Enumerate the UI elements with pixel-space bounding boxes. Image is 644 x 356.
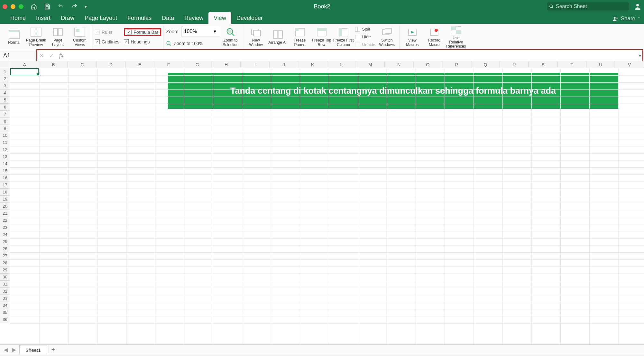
split-button[interactable]: Split xyxy=(355,26,375,33)
row-header[interactable]: 19 xyxy=(0,196,10,203)
row-header[interactable]: 32 xyxy=(0,288,10,295)
row-header[interactable]: 7 xyxy=(0,111,10,118)
column-header[interactable]: P xyxy=(442,61,471,68)
tab-insert[interactable]: Insert xyxy=(31,12,56,24)
column-header[interactable]: O xyxy=(414,61,443,68)
minimize-window-button[interactable] xyxy=(11,4,15,9)
cancel-formula-icon[interactable]: ✕ xyxy=(39,52,44,59)
tab-view[interactable]: View xyxy=(208,12,231,24)
switch-windows-button[interactable]: Switch Windows xyxy=(377,25,397,49)
hide-button[interactable]: Hide xyxy=(355,33,375,41)
use-relative-references-button[interactable]: Use Relative References xyxy=(446,25,466,49)
column-header[interactable]: R xyxy=(500,61,529,68)
row-header[interactable]: 34 xyxy=(0,302,10,309)
share-button[interactable]: Share ˄ xyxy=(612,15,640,22)
active-cell[interactable] xyxy=(10,68,39,75)
row-header[interactable]: 23 xyxy=(0,224,10,231)
tab-developer[interactable]: Developer xyxy=(231,12,268,24)
normal-view-button[interactable]: Normal xyxy=(4,25,24,49)
column-header[interactable]: C xyxy=(68,61,97,68)
row-header[interactable]: 28 xyxy=(0,259,10,267)
column-headers[interactable]: ABCDEFGHIJKLMNOPQRSTUV xyxy=(10,61,644,68)
search-sheet-box[interactable] xyxy=(546,2,630,11)
row-header[interactable]: 27 xyxy=(0,252,10,259)
row-header[interactable]: 4 xyxy=(0,89,10,97)
column-header[interactable]: E xyxy=(125,61,154,68)
row-header[interactable]: 31 xyxy=(0,281,10,288)
row-header[interactable]: 11 xyxy=(0,139,10,146)
tab-review[interactable]: Review xyxy=(179,12,208,24)
page-layout-button[interactable]: Page Layout xyxy=(48,25,68,49)
gridlines-checkbox[interactable]: ✓Gridlines xyxy=(95,38,119,46)
freeze-first-column-button[interactable]: Freeze First Column xyxy=(333,25,354,49)
new-window-button[interactable]: New Window xyxy=(246,25,266,49)
row-header[interactable]: 9 xyxy=(0,125,10,132)
row-header[interactable]: 14 xyxy=(0,160,10,167)
name-box[interactable]: A1 xyxy=(0,50,35,61)
column-header[interactable]: V xyxy=(615,61,644,68)
row-header[interactable]: 33 xyxy=(0,295,10,302)
save-icon[interactable] xyxy=(44,3,51,10)
column-header[interactable]: M xyxy=(356,61,385,68)
fx-icon[interactable]: fx xyxy=(59,52,63,59)
collapse-ribbon-icon[interactable]: ˄ xyxy=(638,16,640,21)
zoom-window-button[interactable] xyxy=(19,4,23,9)
zoom-to-selection-button[interactable]: Zoom to Selection xyxy=(220,25,241,49)
close-window-button[interactable] xyxy=(3,4,7,9)
sheet-nav-prev-icon[interactable]: ◀ xyxy=(3,347,9,353)
row-header[interactable]: 12 xyxy=(0,146,10,153)
row-header[interactable]: 10 xyxy=(0,132,10,139)
custom-views-button[interactable]: Custom Views xyxy=(69,25,90,49)
row-header[interactable]: 24 xyxy=(0,231,10,238)
row-header[interactable]: 3 xyxy=(0,82,10,89)
row-header[interactable]: 21 xyxy=(0,210,10,217)
expand-formula-bar-icon[interactable]: ▾ xyxy=(636,50,644,61)
freeze-panes-button[interactable]: Freeze Panes xyxy=(290,25,310,49)
row-header[interactable]: 30 xyxy=(0,274,10,281)
row-header[interactable]: 13 xyxy=(0,153,10,160)
home-icon[interactable] xyxy=(31,3,37,10)
zoom-dropdown[interactable]: 100% ▾ xyxy=(181,27,219,36)
sheet-tab[interactable]: Sheet1 xyxy=(19,345,47,355)
row-header[interactable]: 6 xyxy=(0,104,10,111)
column-header[interactable]: F xyxy=(154,61,183,68)
row-header[interactable]: 16 xyxy=(0,174,10,182)
column-header[interactable]: G xyxy=(183,61,212,68)
column-header[interactable]: U xyxy=(586,61,615,68)
column-header[interactable]: H xyxy=(212,61,241,68)
record-macro-button[interactable]: Record Macro xyxy=(424,25,445,49)
row-header[interactable]: 36 xyxy=(0,316,10,323)
headings-checkbox[interactable]: ✓Headings xyxy=(124,38,161,46)
tab-formulas[interactable]: Formulas xyxy=(122,12,157,24)
view-macros-button[interactable]: View Macros xyxy=(402,25,423,49)
freeze-top-row-button[interactable]: Freeze Top Row xyxy=(311,25,332,49)
spreadsheet-grid[interactable]: ABCDEFGHIJKLMNOPQRSTUV 12345678910111213… xyxy=(0,61,644,344)
tab-home[interactable]: Home xyxy=(5,12,31,24)
tab-draw[interactable]: Draw xyxy=(56,12,79,24)
formula-bar-checkbox[interactable]: ✓Formula Bar xyxy=(124,28,161,36)
user-avatar-icon[interactable] xyxy=(634,3,641,10)
column-header[interactable]: A xyxy=(10,61,39,68)
tab-data[interactable]: Data xyxy=(157,12,179,24)
column-header[interactable]: N xyxy=(385,61,414,68)
zoom-to-100-button[interactable]: Zoom to 100% xyxy=(166,40,219,47)
select-all-button[interactable] xyxy=(0,61,10,68)
row-header[interactable]: 25 xyxy=(0,238,10,245)
column-header[interactable]: B xyxy=(39,61,68,68)
row-header[interactable]: 29 xyxy=(0,267,10,274)
add-sheet-button[interactable]: + xyxy=(49,346,58,354)
row-header[interactable]: 2 xyxy=(0,75,10,82)
row-headers[interactable]: 1234567891011121314151617181920212223242… xyxy=(0,68,10,323)
row-header[interactable]: 35 xyxy=(0,309,10,316)
column-header[interactable]: Q xyxy=(471,61,500,68)
sheet-nav-next-icon[interactable]: ▶ xyxy=(11,347,17,353)
row-header[interactable]: 20 xyxy=(0,203,10,210)
row-header[interactable]: 22 xyxy=(0,217,10,224)
row-header[interactable]: 5 xyxy=(0,97,10,104)
redo-icon[interactable] xyxy=(71,3,78,10)
row-header[interactable]: 26 xyxy=(0,245,10,252)
column-header[interactable]: J xyxy=(270,61,299,68)
column-header[interactable]: K xyxy=(298,61,327,68)
column-header[interactable]: S xyxy=(529,61,558,68)
page-break-preview-button[interactable]: Page Break Preview xyxy=(26,25,46,49)
